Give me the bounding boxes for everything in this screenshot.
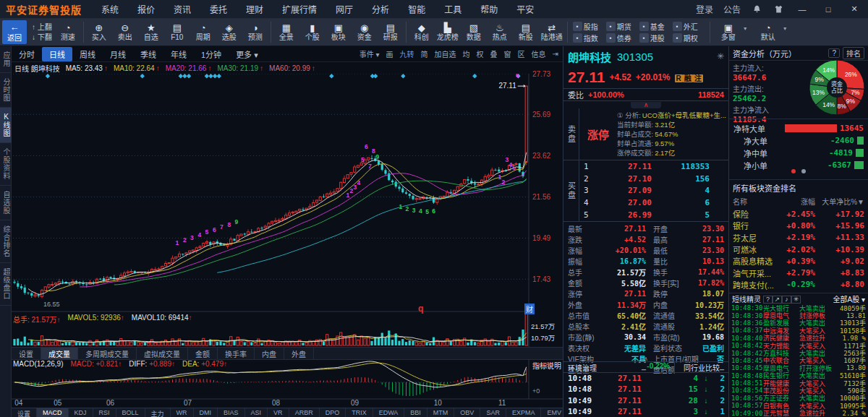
- indicator-tab-BIAS[interactable]: BIAS: [218, 408, 245, 417]
- period-button[interactable]: ◔周期: [190, 19, 216, 46]
- sidebar-tab-K线图[interactable]: K线图: [0, 108, 12, 143]
- industry-label[interactable]: 环境治理: [568, 362, 597, 373]
- volume-tab-多周期成交量[interactable]: 多周期成交量: [78, 348, 137, 359]
- tool-区[interactable]: 区: [518, 48, 525, 59]
- tool-权[interactable]: 权: [477, 48, 484, 59]
- gear-icon[interactable]: ✳: [717, 51, 724, 61]
- volume-tab-成交量[interactable]: 成交量: [41, 348, 78, 359]
- shortcut-期权[interactable]: ▪期权: [673, 33, 705, 43]
- collapse-chevron-2[interactable]: ∧: [563, 356, 728, 361]
- f10-button[interactable]: ▤F10: [164, 19, 190, 46]
- forecast-button[interactable]: ◑预测: [242, 19, 268, 46]
- period-tab-1分钟[interactable]: 1分钟: [194, 47, 229, 61]
- indicator-tab-设置[interactable]: 设置: [12, 408, 37, 417]
- tool-简[interactable]: 简: [421, 48, 428, 59]
- notice-link[interactable]: 公告: [723, 3, 741, 15]
- shortcut-期货[interactable]: ▪期货: [606, 21, 638, 32]
- indicator-tab-KDJ[interactable]: KDJ: [69, 408, 93, 417]
- sidebar-tab-分时图[interactable]: 分时图: [0, 73, 12, 108]
- indicator-tab-ARBR[interactable]: ARBR: [289, 408, 320, 417]
- bell-icon[interactable]: [751, 4, 762, 15]
- indicator-tab-EDWA[interactable]: EDWA: [373, 408, 405, 417]
- settings-icon[interactable]: ✳: [791, 296, 801, 304]
- menu-系统[interactable]: 系统: [92, 5, 128, 15]
- data-button[interactable]: ▧数据: [461, 19, 487, 46]
- indicator-tab-WR[interactable]: WR: [171, 408, 194, 417]
- industry-compare-link[interactable]: 同行业比较: [675, 362, 728, 373]
- shortcut-股指[interactable]: ▪股指: [573, 21, 605, 32]
- sector-col-header-名称[interactable]: 名称: [733, 196, 778, 207]
- menu-报价[interactable]: 报价: [128, 5, 164, 15]
- period-tab-分时[interactable]: 分时: [12, 47, 42, 61]
- indicator-tab-DPO[interactable]: DPO: [320, 408, 346, 417]
- tool-九转[interactable]: 九转: [400, 48, 414, 59]
- favorites-button[interactable]: ★自选: [138, 19, 164, 46]
- sector-row-高股息精选[interactable]: 高股息精选+0.39%+9.02: [729, 255, 868, 267]
- sidebar-tab-综合排名[interactable]: 综合排名: [0, 220, 12, 263]
- menu-智能[interactable]: 智能: [399, 5, 435, 15]
- single-stock-button[interactable]: ▮个股: [299, 19, 326, 46]
- period-tab-季线[interactable]: 季线: [133, 47, 163, 61]
- research-button[interactable]: ▤研报: [378, 19, 404, 46]
- indicator-tab-BBI[interactable]: BBI: [404, 408, 427, 417]
- menu-资讯[interactable]: 资讯: [164, 5, 200, 15]
- ipo-button[interactable]: ▤新股: [513, 19, 539, 46]
- period-tab-更多 ▾[interactable]: 更多 ▾: [229, 47, 265, 61]
- indicator-tab-主力[interactable]: 主力: [145, 408, 171, 417]
- indicator-tab-RSI[interactable]: RSI: [93, 408, 116, 417]
- volume-tab-虚拟成交量[interactable]: 虚拟成交量: [137, 348, 188, 359]
- sidebar-tab-应用[interactable]: 应用: [0, 46, 12, 73]
- tool-事件 ▾[interactable]: 事件 ▾: [359, 48, 380, 59]
- page-dot-active[interactable]: [791, 169, 796, 173]
- volume-tab-换手率[interactable]: 换手率: [218, 348, 255, 359]
- login-link[interactable]: 登录: [696, 3, 713, 15]
- menu-理财[interactable]: 理财: [237, 5, 273, 15]
- indicator-tab-EMV[interactable]: EMV: [541, 408, 563, 417]
- indicator-tab-BOLL[interactable]: BOLL: [116, 408, 145, 417]
- sell-button[interactable]: ⊖卖出: [112, 19, 138, 46]
- speed-test-button[interactable]: ◔测速: [55, 19, 81, 46]
- tool-均[interactable]: 均: [463, 48, 470, 59]
- tool-⇥[interactable]: ⇥: [553, 50, 558, 58]
- indicator-tab-MTM[interactable]: MTM: [427, 408, 455, 417]
- period-tab-周线[interactable]: 周线: [72, 47, 103, 61]
- tool-窗[interactable]: 窗: [504, 48, 511, 59]
- tool-加自选[interactable]: 加自选: [435, 48, 456, 59]
- menu-帮助[interactable]: 帮助: [471, 5, 507, 15]
- stock-pick-button[interactable]: ◈选股: [216, 19, 242, 46]
- sound-icon[interactable]: ♪: [782, 296, 791, 304]
- help-icon[interactable]: ?: [763, 296, 773, 304]
- back-button[interactable]: ←返回: [2, 20, 27, 44]
- shortcut-债券[interactable]: ▪债券: [606, 33, 638, 43]
- sector-row-可燃冰[interactable]: 可燃冰+2.02%+10.39: [729, 244, 868, 255]
- shortcut-外汇[interactable]: ▪外汇: [673, 21, 705, 32]
- sidebar-tab-超级盘口[interactable]: 超级盘口: [0, 263, 12, 306]
- sidebar-tab-自选股[interactable]: 自选股: [0, 186, 12, 220]
- collapse-chevron[interactable]: ∧: [563, 101, 728, 108]
- volume-tab-外盘[interactable]: 外盘: [284, 348, 314, 359]
- volume-tab-内盘[interactable]: 内盘: [255, 348, 284, 359]
- hk-connect-button[interactable]: ⇄陆港通: [539, 19, 565, 46]
- period-tab-年线[interactable]: 年线: [163, 47, 194, 61]
- sector-row-芬太尼[interactable]: 芬太尼+2.19%+11.33: [729, 232, 868, 244]
- shortcut-基金[interactable]: ▪基金: [639, 21, 671, 32]
- sector-row-油气开采...[interactable]: 油气开采...+2.79%+8.83: [729, 267, 868, 278]
- star-market-button[interactable]: ◆科创: [409, 19, 435, 46]
- menu-平安[interactable]: 平安: [507, 5, 543, 15]
- shortcut-指数[interactable]: ▪指数: [573, 33, 605, 43]
- menu-网厅[interactable]: 网厅: [326, 5, 362, 15]
- help-button[interactable]: ?: [828, 48, 840, 58]
- shirt-icon[interactable]: [773, 4, 784, 15]
- sector-row-跨境支付(...[interactable]: 跨境支付(...-0.29%+8.80: [729, 279, 868, 291]
- tool-信息[interactable]: 信息: [532, 48, 546, 59]
- sector-row-保险[interactable]: 保险+2.45%+17.92: [729, 208, 868, 220]
- sector-col-header-大单净比%▼[interactable]: 大单净比%▼: [815, 196, 864, 207]
- tool-叠[interactable]: 叠: [490, 48, 498, 59]
- sector-row-银行[interactable]: 银行+0.80%+15.96: [729, 220, 868, 231]
- indicator-tab-MACD[interactable]: MACD: [37, 408, 69, 417]
- panorama-button[interactable]: ▦全景: [273, 19, 299, 46]
- sector-col-header-涨幅[interactable]: 涨幅: [778, 196, 815, 207]
- indicator-tab-DMI[interactable]: DMI: [194, 408, 218, 417]
- period-tab-日线[interactable]: 日线: [42, 47, 72, 61]
- period-tab-月线[interactable]: 月线: [103, 47, 133, 61]
